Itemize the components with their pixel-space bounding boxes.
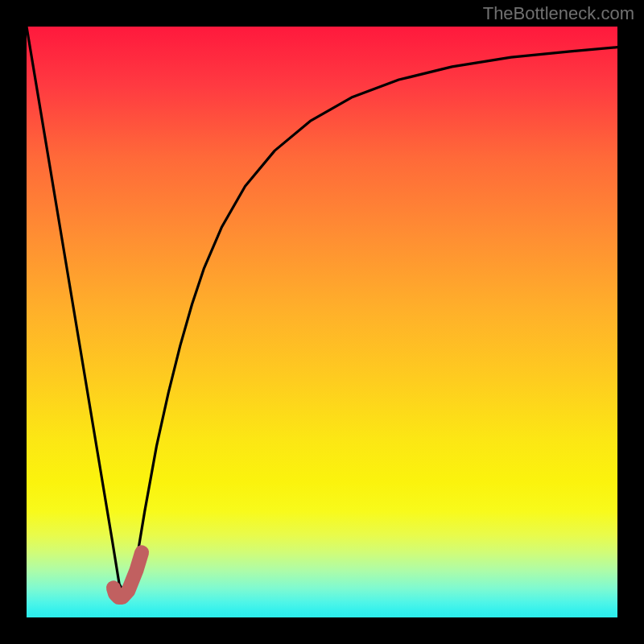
chart-svg — [27, 27, 617, 617]
chart-plot-area — [27, 27, 617, 617]
chart-curve-line — [27, 27, 617, 597]
watermark-text: TheBottleneck.com — [483, 3, 634, 24]
